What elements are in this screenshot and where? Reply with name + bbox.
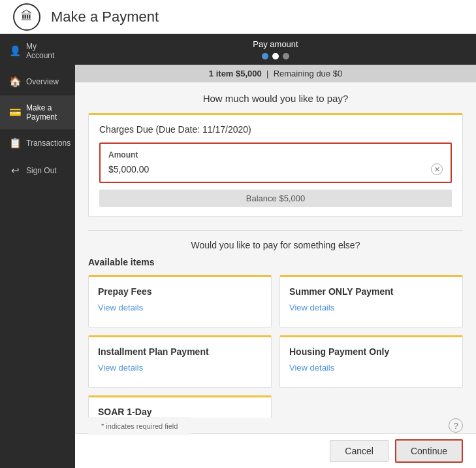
sidebar-item-sign-out[interactable]: ↩ Sign Out	[0, 157, 75, 184]
view-details-prepay-fees[interactable]: View details	[98, 303, 143, 312]
cancel-button[interactable]: Cancel	[330, 440, 389, 462]
question-something-else: Would you like to pay for something else…	[88, 240, 463, 250]
view-details-housing-payment-only[interactable]: View details	[289, 363, 334, 373]
home-icon: 🏠	[9, 76, 21, 88]
item-title-housing-payment-only: Housing Payment Only	[289, 346, 453, 357]
sidebar-label-transactions: Transactions	[26, 139, 71, 148]
sidebar-item-my-account[interactable]: 👤 My Account	[0, 34, 75, 68]
view-details-installment-plan[interactable]: View details	[98, 363, 143, 373]
item-title-installment-plan: Installment Plan Payment	[98, 346, 262, 357]
charges-card: Charges Due (Due Date: 11/17/2020) Amoun…	[88, 113, 463, 217]
question-how-much: How much would you like to pay?	[88, 93, 463, 104]
app-logo: 🏛	[13, 3, 40, 31]
item-card-soar-1-day: SOAR 1-Day $62.00 View details	[88, 395, 272, 418]
summary-bar: 1 item $5,000 | Remaining due $0	[75, 65, 476, 82]
charges-due-title: Charges Due (Due Date: 11/17/2020)	[99, 124, 452, 135]
sidebar-item-make-payment[interactable]: 💳 Make a Payment	[0, 95, 75, 129]
view-details-summer-only[interactable]: View details	[289, 303, 334, 312]
required-note-area: * indicates required field ?	[75, 418, 476, 433]
progress-label: Pay amount	[75, 39, 476, 49]
amount-label: Amount	[108, 150, 443, 159]
balance-bar: Balance $5,000	[99, 190, 452, 207]
help-icon[interactable]: ?	[449, 418, 463, 433]
progress-dot-2	[272, 53, 279, 59]
sidebar-label-my-account: My Account	[26, 42, 66, 60]
section-divider	[88, 230, 463, 231]
available-items-label: Available items	[88, 257, 463, 267]
app-header: 🏛 Make a Payment	[0, 0, 476, 34]
transactions-icon: 📋	[9, 137, 21, 149]
amount-value: $5,000.00	[108, 164, 149, 175]
content-area: How much would you like to pay? Charges …	[75, 82, 476, 418]
main-content: Pay amount 1 item $5,000 | Remaining due…	[75, 34, 476, 468]
progress-dot-1	[262, 53, 268, 59]
item-title-soar-1-day: SOAR 1-Day	[98, 407, 262, 417]
amount-input-row: $5,000.00 ✕	[108, 163, 443, 175]
available-items-grid: Prepay Fees View details Summer ONLY Pay…	[88, 275, 463, 418]
item-title-summer-only: Summer ONLY Payment	[289, 286, 453, 297]
sidebar: 👤 My Account 🏠 Overview 💳 Make a Payment…	[0, 34, 75, 468]
item-card-prepay-fees: Prepay Fees View details	[88, 275, 272, 327]
sidebar-label-sign-out: Sign Out	[26, 166, 57, 175]
sidebar-label-make-payment: Make a Payment	[26, 103, 66, 122]
amount-section: Amount $5,000.00 ✕	[99, 142, 452, 183]
progress-dots	[75, 53, 476, 65]
item-card-summer-only: Summer ONLY Payment View details	[279, 275, 463, 327]
summary-item-count: 1 item $5,000	[209, 69, 262, 78]
item-title-prepay-fees: Prepay Fees	[98, 286, 262, 297]
footer-actions: Cancel Continue	[75, 433, 476, 468]
payment-icon: 💳	[9, 107, 21, 118]
item-card-installment-plan: Installment Plan Payment View details	[88, 335, 272, 388]
summary-remaining: Remaining due $0	[274, 69, 343, 78]
required-field-note: * indicates required field	[88, 417, 191, 435]
logo-icon: 🏛	[21, 10, 33, 24]
sidebar-item-transactions[interactable]: 📋 Transactions	[0, 129, 75, 157]
sidebar-item-overview[interactable]: 🏠 Overview	[0, 68, 75, 95]
main-layout: 👤 My Account 🏠 Overview 💳 Make a Payment…	[0, 34, 476, 468]
continue-button[interactable]: Continue	[395, 439, 463, 463]
progress-area: Pay amount	[75, 34, 476, 65]
clear-amount-button[interactable]: ✕	[431, 163, 443, 175]
progress-dot-3	[283, 53, 289, 59]
user-icon: 👤	[9, 45, 21, 57]
item-card-housing-payment-only: Housing Payment Only View details	[279, 335, 463, 388]
page-title: Make a Payment	[51, 8, 159, 25]
sign-out-icon: ↩	[9, 165, 21, 176]
sidebar-label-overview: Overview	[26, 77, 59, 86]
